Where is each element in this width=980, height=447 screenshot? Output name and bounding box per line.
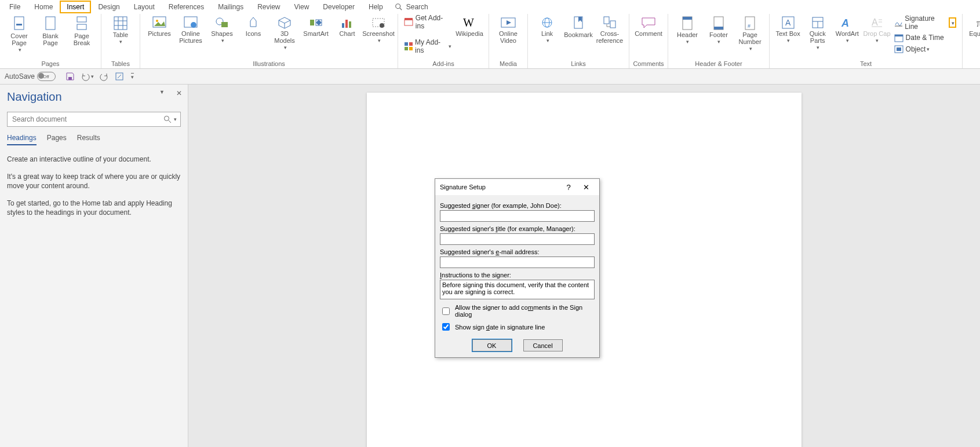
page-number-button[interactable]: # Page Number▾ <box>734 14 766 52</box>
navigation-close-button[interactable]: ✕ <box>176 89 182 97</box>
drop-cap-icon: A <box>870 16 883 29</box>
dialog-help-button[interactable]: ? <box>560 183 577 192</box>
text-box-button[interactable]: A Text Box▾ <box>773 14 803 44</box>
autosave-toggle[interactable]: AutoSave Off <box>5 72 49 81</box>
signature-icon <box>894 18 903 27</box>
chart-icon <box>340 16 354 29</box>
get-addins-button[interactable]: Get Add-ins <box>402 13 454 31</box>
online-video-button[interactable]: Online Video <box>493 14 524 44</box>
navigation-search-input[interactable] <box>11 115 163 124</box>
svg-rect-20 <box>342 23 344 28</box>
svg-rect-21 <box>345 20 348 28</box>
nav-tab-results[interactable]: Results <box>77 134 100 145</box>
nav-tab-pages[interactable]: Pages <box>47 134 67 145</box>
instructions-input[interactable] <box>440 280 595 299</box>
equation-button[interactable]: π Equation▾ <box>966 14 980 44</box>
navigation-pane: ▼ ✕ Navigation ▾ Headings Pages Results … <box>0 85 188 447</box>
my-addins-button[interactable]: My Add-ins▾ <box>402 37 454 56</box>
wikipedia-icon: W <box>462 16 477 29</box>
signer-label: Suggested signer (for example, John Doe)… <box>440 202 595 209</box>
dialog-close-button[interactable]: ✕ <box>577 183 595 192</box>
tab-file[interactable]: File <box>2 1 27 13</box>
tell-me-search[interactable]: Search <box>395 3 428 11</box>
search-icon <box>395 3 403 11</box>
comment-button[interactable]: Comment <box>633 14 664 44</box>
signer-title-label: Suggested signer's title (for example, M… <box>440 225 595 232</box>
nav-tab-headings[interactable]: Headings <box>7 134 37 145</box>
svg-rect-4 <box>46 17 55 30</box>
signer-title-input[interactable] <box>440 233 595 245</box>
search-options-button[interactable]: ▾ <box>174 116 177 122</box>
svg-rect-22 <box>349 21 351 28</box>
tab-insert[interactable]: Insert <box>60 1 91 13</box>
nav-hint-2: It's a great way to keep track of where … <box>7 172 181 190</box>
drop-cap-button[interactable]: A Drop Cap▾ <box>862 14 891 44</box>
svg-text:#: # <box>748 23 751 29</box>
save-button[interactable] <box>65 72 75 81</box>
tab-home[interactable]: Home <box>27 1 60 13</box>
icons-button[interactable]: Icons <box>238 14 269 44</box>
wordart-button[interactable]: A WordArt▾ <box>832 14 862 44</box>
page-break-button[interactable]: Page Break <box>66 14 97 46</box>
svg-line-1 <box>399 8 402 10</box>
group-comments: Comment Comments <box>629 14 668 68</box>
save-icon <box>65 72 75 81</box>
signer-email-input[interactable] <box>440 257 595 268</box>
tab-mailings[interactable]: Mailings <box>211 1 250 13</box>
footer-button[interactable]: Footer▾ <box>703 14 734 45</box>
navigation-search[interactable]: ▾ <box>7 112 181 127</box>
undo-button[interactable]: ▾ <box>81 72 94 81</box>
tab-review[interactable]: Review <box>250 1 287 13</box>
tab-design[interactable]: Design <box>91 1 126 13</box>
ok-button[interactable]: OK <box>472 339 512 351</box>
tab-references[interactable]: References <box>162 1 211 13</box>
cancel-button[interactable]: Cancel <box>523 339 563 351</box>
show-date-label: Show sign date in signature line <box>455 324 545 331</box>
footer-icon <box>713 16 724 30</box>
header-button[interactable]: Header▾ <box>672 14 703 45</box>
signer-input[interactable] <box>440 210 595 222</box>
header-icon <box>682 16 693 30</box>
quick-parts-button[interactable]: Quick Parts▾ <box>803 14 832 51</box>
customize-qat[interactable]: ▾ <box>130 73 134 80</box>
screenshot-button[interactable]: Screenshot▾ <box>363 14 394 44</box>
ribbon: Cover Page▾ Blank Page Page Break Pages … <box>0 14 980 69</box>
smartart-button[interactable]: SmartArt <box>300 14 331 44</box>
redo-button[interactable] <box>100 72 109 81</box>
instructions-label: Instructions to the signer: <box>440 272 595 279</box>
pictures-button[interactable]: Pictures <box>144 14 175 44</box>
tab-layout[interactable]: Layout <box>127 1 162 13</box>
svg-rect-38 <box>610 21 615 28</box>
cross-reference-button[interactable]: Cross-reference <box>594 14 625 44</box>
svg-point-24 <box>380 23 384 28</box>
show-date-checkbox[interactable] <box>442 323 450 331</box>
bookmark-button[interactable]: Bookmark <box>563 14 594 45</box>
date-time-button[interactable]: Date & Time <box>892 32 959 43</box>
wikipedia-button[interactable]: W Wikipedia <box>454 14 485 44</box>
tab-developer[interactable]: Developer <box>316 1 362 13</box>
3d-models-button[interactable]: 3D Models▾ <box>269 14 300 51</box>
chart-button[interactable]: Chart <box>331 14 363 44</box>
object-button[interactable]: Object▾ <box>892 43 959 55</box>
signature-line-dropdown[interactable]: ▾ <box>949 17 956 28</box>
online-pictures-icon <box>184 16 198 29</box>
table-icon <box>114 16 127 30</box>
quick-parts-icon <box>811 16 824 29</box>
blank-page-button[interactable]: Blank Page <box>35 14 66 46</box>
signature-line-button[interactable]: Signature Line ▾ <box>892 13 959 32</box>
allow-comments-checkbox[interactable] <box>442 307 450 315</box>
online-pictures-button[interactable]: Online Pictures <box>175 14 206 44</box>
store-icon <box>404 17 413 27</box>
navigation-menu-button[interactable]: ▼ <box>159 89 165 97</box>
group-header-footer: Header▾ Footer▾ # Page Number▾ Header & … <box>668 14 770 68</box>
cube-icon <box>278 16 292 29</box>
ribbon-tabs: File Home Insert Design Layout Reference… <box>0 0 980 14</box>
cover-page-button[interactable]: Cover Page▾ <box>3 14 35 53</box>
table-button[interactable]: Table▾ <box>105 14 136 45</box>
tab-help[interactable]: Help <box>362 1 390 13</box>
link-button[interactable]: Link▾ <box>531 14 563 44</box>
shapes-button[interactable]: Shapes▾ <box>206 14 238 44</box>
editor-button[interactable] <box>115 72 124 81</box>
tab-view[interactable]: View <box>287 1 316 13</box>
svg-rect-40 <box>683 17 692 20</box>
